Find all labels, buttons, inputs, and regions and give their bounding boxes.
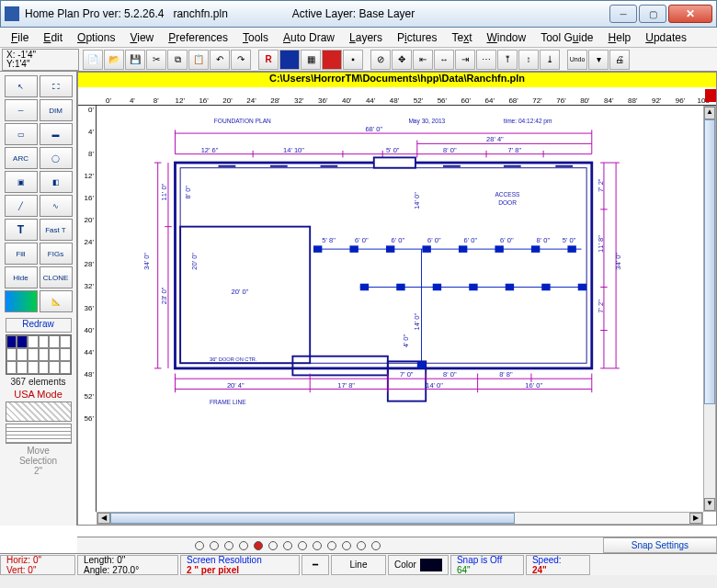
dim-tool[interactable]: DIM: [40, 99, 73, 121]
select-marquee-tool[interactable]: ⛶: [40, 75, 73, 97]
active-layer: Active Layer: Base Layer: [292, 7, 415, 20]
menu-file[interactable]: File: [6, 29, 34, 46]
fast-text-tool[interactable]: Fast T: [40, 219, 73, 241]
redo-icon[interactable]: ↷: [231, 50, 251, 70]
align-m-icon[interactable]: ↕: [518, 50, 539, 70]
new-icon[interactable]: 📄: [83, 50, 103, 70]
menu-toolguide[interactable]: Tool Guide: [535, 29, 598, 46]
svg-text:8' 0": 8' 0": [443, 146, 457, 154]
shape-preview: ━: [302, 555, 329, 575]
align-t-icon[interactable]: ⤒: [497, 50, 518, 70]
circle-tool[interactable]: ◯: [40, 147, 73, 169]
svg-text:8' 0": 8' 0": [537, 236, 551, 244]
color-cell[interactable]: Color: [388, 555, 449, 575]
tool-red-icon[interactable]: [322, 50, 342, 70]
fill-pattern-preview[interactable]: [6, 401, 72, 422]
menu-layers[interactable]: Layers: [344, 29, 388, 46]
tool-r-icon[interactable]: R: [258, 50, 279, 70]
fill-tool[interactable]: Fill: [5, 243, 38, 265]
line-pattern-preview[interactable]: [6, 424, 72, 444]
tool-blue1-icon[interactable]: [279, 50, 300, 70]
figs-tool[interactable]: FIGs: [40, 243, 73, 265]
vertical-scrollbar[interactable]: ▲▼: [703, 106, 716, 512]
align-r-icon[interactable]: ⇥: [455, 50, 475, 70]
close-button[interactable]: ✕: [668, 5, 712, 23]
text-tool[interactable]: T: [5, 219, 38, 241]
tool-doc-icon[interactable]: ▦: [301, 50, 321, 70]
polyline-tool[interactable]: ╱: [5, 195, 38, 217]
save-icon[interactable]: 💾: [125, 50, 145, 70]
select-arrow-tool[interactable]: ↖: [5, 75, 38, 97]
door-tool[interactable]: ◧: [40, 171, 73, 193]
color-swatches[interactable]: [6, 334, 72, 375]
menu-updates[interactable]: Updates: [640, 29, 692, 46]
redraw-button[interactable]: Redraw: [6, 318, 72, 333]
svg-text:6' 0": 6' 0": [355, 236, 369, 244]
rect-tool[interactable]: ▭: [5, 123, 38, 145]
dropdown-icon[interactable]: ▾: [588, 50, 609, 70]
menu-text[interactable]: Text: [446, 29, 477, 46]
menu-edit[interactable]: Edit: [38, 29, 68, 46]
svg-rect-40: [567, 245, 575, 253]
svg-rect-18: [175, 163, 591, 368]
hide-tool[interactable]: Hide: [5, 266, 38, 288]
menu-preferences[interactable]: Preferences: [163, 29, 233, 46]
open-icon[interactable]: 📂: [104, 50, 124, 70]
clone-tool[interactable]: CLONE: [40, 266, 73, 288]
align-l-icon[interactable]: ⇤: [413, 50, 433, 70]
horizontal-scrollbar[interactable]: ◀▶: [97, 512, 703, 525]
svg-rect-37: [459, 245, 467, 253]
snap-bar: Snap Settings: [77, 537, 717, 553]
dist-h-icon[interactable]: ⋯: [476, 50, 496, 70]
undo2-icon[interactable]: Undo: [567, 50, 587, 70]
vertical-ruler: 0'4'8'12'16'20'24'28'32'36'40'44'48'52'5…: [78, 106, 97, 512]
coord-readout: X: -1'4" Y:1'4": [2, 49, 79, 71]
svg-text:20' 0": 20' 0": [190, 253, 199, 270]
align-b-icon[interactable]: ⤓: [540, 50, 560, 70]
svg-rect-44: [469, 284, 477, 291]
menu-options[interactable]: Options: [72, 29, 120, 46]
color-tool[interactable]: [5, 290, 38, 312]
svg-rect-43: [433, 284, 441, 291]
cut-icon[interactable]: ✂: [146, 50, 166, 70]
snap-off-icon[interactable]: ⊘: [370, 50, 391, 70]
svg-text:20' 4": 20' 4": [227, 381, 245, 390]
copy-icon[interactable]: ⧉: [167, 50, 188, 70]
svg-text:12' 6": 12' 6": [201, 146, 219, 154]
svg-text:4' 0": 4' 0": [402, 334, 410, 347]
status-bar: Horiz: 0" Vert: 0" Length: 0"Angle: 270.…: [0, 553, 717, 575]
menu-autodraw[interactable]: Auto Draw: [278, 29, 340, 46]
svg-rect-34: [349, 245, 358, 253]
svg-rect-42: [396, 284, 404, 291]
menu-bar: File Edit Options View Preferences Tools…: [0, 28, 717, 48]
measure-tool[interactable]: 📐: [40, 290, 73, 312]
menu-pictures[interactable]: Pictures: [392, 29, 442, 46]
menu-tools[interactable]: Tools: [237, 29, 274, 46]
window-tool[interactable]: ▣: [5, 171, 38, 193]
line-tool[interactable]: ─: [5, 99, 38, 121]
snap-settings-button[interactable]: Snap Settings: [603, 537, 717, 553]
minimize-button[interactable]: ─: [609, 5, 637, 23]
curve-tool[interactable]: ∿: [40, 195, 73, 217]
svg-text:14' 0": 14' 0": [426, 381, 443, 390]
move-icon[interactable]: ✥: [392, 50, 412, 70]
drawing-canvas[interactable]: FOUNDATION PLAN May 30, 2013 time: 04:12…: [97, 106, 703, 512]
svg-text:6' 0": 6' 0": [427, 236, 441, 244]
svg-rect-39: [531, 245, 540, 253]
maximize-button[interactable]: ▢: [639, 5, 666, 23]
left-tool-panel: ↖ ⛶ ─ DIM ▭ ▬ ARC ◯ ▣ ◧ ╱ ∿ T Fast T Fil…: [0, 72, 77, 526]
undo-icon[interactable]: ↶: [210, 50, 230, 70]
menu-help[interactable]: Help: [603, 29, 637, 46]
svg-text:5' 8": 5' 8": [322, 236, 336, 244]
tool-stop-icon[interactable]: ▪: [343, 50, 363, 70]
menu-view[interactable]: View: [124, 29, 159, 46]
paste-icon[interactable]: 📋: [188, 50, 209, 70]
menu-window[interactable]: Window: [481, 29, 531, 46]
print-icon[interactable]: 🖨: [609, 50, 630, 70]
align-c-icon[interactable]: ↔: [434, 50, 454, 70]
title-text: Home Plan Pro ver: 5.2.26.4 ranchfn.pln: [25, 7, 228, 20]
svg-rect-41: [360, 284, 369, 291]
arc-tool[interactable]: ARC: [5, 147, 38, 169]
wall-tool[interactable]: ▬: [40, 123, 73, 145]
svg-text:16' 0": 16' 0": [525, 381, 542, 390]
